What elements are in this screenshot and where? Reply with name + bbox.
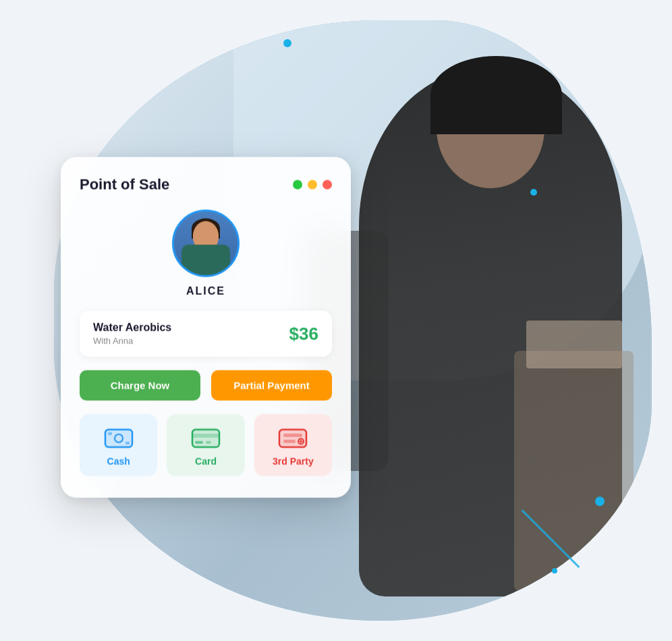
decoration-dot-bottom-right [595,497,605,506]
card-icon [190,426,222,451]
cash-label: Cash [107,456,130,467]
decoration-dot-top [283,39,291,47]
payment-method-card[interactable]: Card [167,414,244,476]
partial-payment-button[interactable]: Partial Payment [211,370,332,401]
service-row: Water Aerobics With Anna $36 [80,311,332,357]
3rdparty-label: 3rd Party [273,456,314,467]
svg-rect-9 [206,441,211,444]
avatar-body [181,245,230,275]
service-price: $36 [289,323,318,344]
charge-now-button[interactable]: Charge Now [80,370,200,401]
svg-rect-0 [105,430,132,447]
decoration-dot-bottom-right2 [552,568,557,574]
service-name: Water Aerobics [93,322,171,334]
svg-rect-8 [195,441,203,444]
card-header: Point of Sale [80,176,332,194]
svg-rect-3 [108,433,112,435]
avatar-section: ALICE [80,210,332,298]
svg-rect-7 [192,434,219,438]
cash-icon [103,426,135,451]
window-control-green[interactable] [293,180,302,190]
service-sub: With Anna [93,336,171,346]
window-controls [293,180,332,190]
svg-rect-13 [283,440,296,443]
svg-rect-4 [125,442,130,445]
window-control-yellow[interactable] [308,180,317,190]
3rdparty-icon [277,426,309,451]
customer-name: ALICE [186,285,225,298]
payment-method-3rdparty[interactable]: 3rd Party [254,414,332,476]
decoration-dot-right [530,189,537,196]
svg-rect-12 [283,434,302,437]
avatar-image [174,212,237,275]
card-title: Point of Sale [80,176,169,194]
window-control-red[interactable] [323,180,332,190]
payment-methods: Cash Card [80,414,332,476]
payment-method-cash[interactable]: Cash [80,414,157,476]
service-info: Water Aerobics With Anna [93,322,171,346]
action-row: Charge Now Partial Payment [80,370,332,401]
card-label: Card [195,456,217,467]
svg-rect-5 [192,430,219,447]
avatar [172,210,240,277]
scene: Point of Sale ALICE Water Aerobi [0,0,672,641]
pos-card: Point of Sale ALICE Water Aerobi [61,157,351,498]
